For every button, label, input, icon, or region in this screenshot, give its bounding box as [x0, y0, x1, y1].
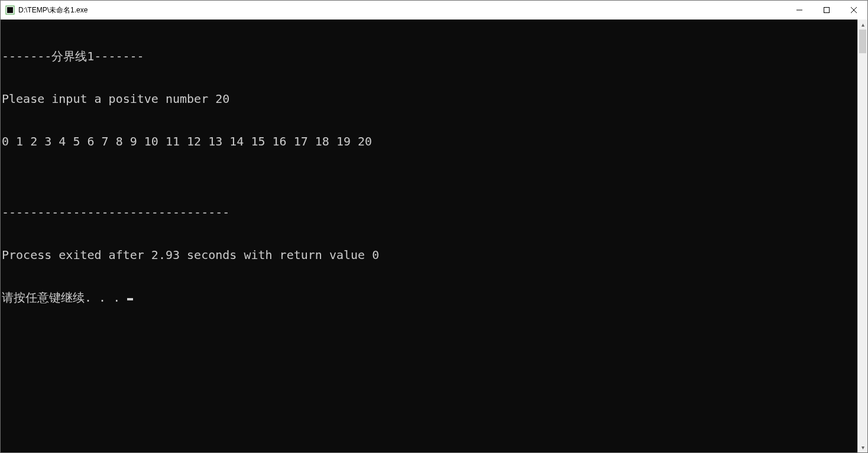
window-controls [786, 1, 867, 20]
window-title: D:\TEMP\未命名1.exe [18, 5, 88, 15]
titlebar-left: D:\TEMP\未命名1.exe [1, 5, 88, 15]
app-icon [5, 5, 15, 15]
chevron-up-icon: ▴ [861, 21, 864, 28]
scroll-down-button[interactable]: ▾ [858, 442, 867, 452]
svg-rect-2 [824, 8, 830, 13]
vertical-scrollbar[interactable]: ▴ ▾ [857, 20, 867, 452]
close-button[interactable] [840, 1, 867, 20]
console-line: 0 1 2 3 4 5 6 7 8 9 10 11 12 13 14 15 16… [2, 134, 857, 148]
svg-rect-1 [7, 7, 13, 13]
maximize-button[interactable] [813, 1, 840, 20]
console-text: 请按任意键继续. . . [2, 290, 127, 305]
console-line: -------------------------------- [2, 205, 857, 219]
scroll-thumb[interactable] [859, 30, 866, 53]
client-area: -------分界线1------- Please input a positv… [1, 20, 867, 452]
cursor [127, 298, 133, 300]
console-line: Process exited after 2.93 seconds with r… [2, 248, 857, 262]
scroll-track[interactable] [858, 30, 867, 442]
console-line: 请按任意键继续. . . [2, 290, 857, 305]
scroll-up-button[interactable]: ▴ [858, 20, 867, 30]
console-line: Please input a positve number 20 [2, 92, 857, 106]
titlebar[interactable]: D:\TEMP\未命名1.exe [1, 1, 867, 20]
chevron-down-icon: ▾ [861, 444, 864, 451]
console-output[interactable]: -------分界线1------- Please input a positv… [1, 20, 857, 452]
minimize-button[interactable] [786, 1, 813, 20]
console-line: -------分界线1------- [2, 49, 857, 63]
window: D:\TEMP\未命名1.exe -------分界线1------- Plea… [0, 0, 868, 453]
